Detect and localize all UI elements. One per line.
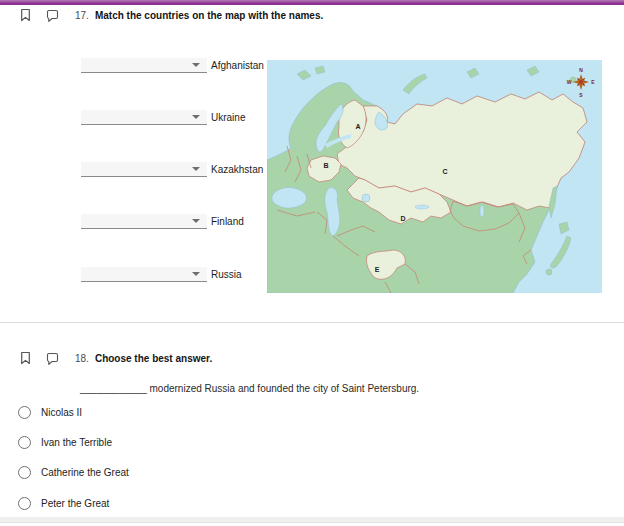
radio-button[interactable] [18,466,31,479]
answer-option-ivan-the-terrible[interactable]: Ivan the Terrible [18,436,112,449]
match-label: Ukraine [211,112,245,123]
option-label: Ivan the Terrible [41,437,112,448]
match-select-finland[interactable] [81,214,207,229]
question-prompt: Match the countries on the map with the … [95,10,323,21]
bookmark-icon[interactable] [20,8,31,22]
question-number: 18. [75,353,89,364]
map-label-c: C [442,168,447,175]
answer-option-peter-the-great[interactable]: Peter the Great [18,497,109,510]
radio-button[interactable] [18,436,31,449]
question-number: 17. [75,10,89,21]
chevron-down-icon [192,115,200,119]
match-select-afghanistan[interactable] [81,58,207,73]
question-18-header: 18. Choose the best answer. [20,351,212,365]
option-label: Nicolas II [41,407,82,418]
question-17-header: 17. Match the countries on the map with … [20,8,323,22]
top-accent-bar [0,0,624,5]
option-label: Peter the Great [41,498,109,509]
compass-n: N [579,67,583,73]
map-label-d: D [400,215,405,222]
bookmark-icon[interactable] [20,351,31,365]
match-row: Ukraine [81,109,245,125]
map-label-e: E [375,266,380,273]
match-label: Russia [211,269,242,280]
eurasia-map: A B C D E N E S W [267,60,602,293]
map-label-b: B [323,162,328,169]
chevron-down-icon [192,219,200,223]
option-label: Catherine the Great [41,467,129,478]
match-select-ukraine[interactable] [81,110,207,125]
map-label-a: A [355,123,360,130]
map-image: A B C D E N E S W [267,60,602,293]
match-row: Finland [81,213,244,229]
match-row: Kazakhstan [81,161,263,177]
comment-icon[interactable] [46,352,59,365]
answer-option-nicolas-ii[interactable]: Nicolas II [18,406,82,419]
match-select-kazakhstan[interactable] [81,162,207,177]
match-label: Finland [211,216,244,227]
answer-option-catherine-the-great[interactable]: Catherine the Great [18,466,129,479]
chevron-down-icon [192,167,200,171]
question-sentence: ____________ modernized Russia and found… [80,383,419,394]
match-select-russia[interactable] [81,267,207,282]
chevron-down-icon [192,63,200,67]
bottom-strip [0,517,624,523]
comment-icon[interactable] [46,9,59,22]
question-prompt: Choose the best answer. [95,353,212,364]
match-row: Afghanistan [81,57,264,73]
match-label: Afghanistan [211,60,264,71]
match-row: Russia [81,266,242,282]
compass-w: W [567,79,572,85]
question-divider [0,322,624,323]
chevron-down-icon [192,272,200,276]
radio-button[interactable] [18,497,31,510]
radio-button[interactable] [18,406,31,419]
match-label: Kazakhstan [211,164,263,175]
